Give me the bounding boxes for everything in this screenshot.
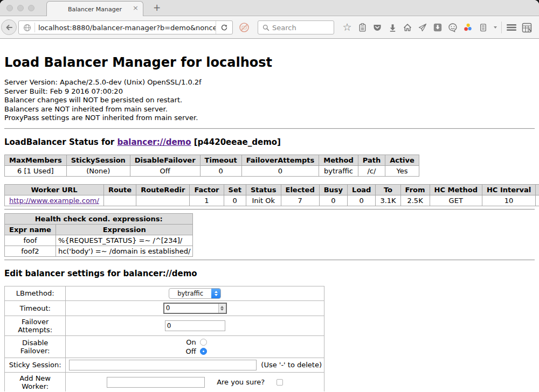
window-minimize-button[interactable] (17, 5, 24, 11)
window-close-button[interactable] (6, 5, 13, 11)
cell-expr-name: foof2 (5, 246, 56, 256)
add-worker-label: Add New Worker: (5, 372, 66, 391)
search-input[interactable] (272, 24, 334, 32)
balancer-status-table: MaxMembers StickySession DisableFailover… (4, 155, 419, 177)
menu-icon[interactable] (504, 20, 519, 35)
column-header: Active (385, 155, 419, 165)
column-header: Expression (56, 224, 193, 235)
url-input[interactable] (38, 24, 216, 32)
timeout-field[interactable] (163, 303, 227, 314)
window-zoom-button[interactable] (28, 5, 34, 11)
form-row-timeout: Timeout: (5, 300, 324, 316)
column-header: HC Method (430, 184, 482, 195)
disable-failover-on-radio[interactable] (200, 339, 207, 346)
column-header: Load (348, 184, 376, 195)
download-box-icon[interactable] (430, 20, 445, 35)
disable-failover-off-radio[interactable] (200, 348, 207, 355)
are-you-sure-checkbox[interactable] (277, 379, 283, 386)
column-header: Busy (319, 184, 347, 195)
reload-icon (220, 24, 228, 31)
cell-disablefailover: Off (130, 165, 200, 176)
form-row-lbmethod: LBmethod: bytraffic (5, 286, 324, 300)
sticky-session-input[interactable] (69, 360, 257, 370)
column-header: From (400, 184, 430, 195)
cell-expr-name: foof (5, 235, 56, 246)
form-row-add-worker: Add New Worker: Are you sure? (5, 372, 324, 391)
search-bar[interactable] (258, 20, 334, 34)
cell-load: 0 (348, 195, 376, 206)
worker-url-link[interactable]: http://www.example.com/ (9, 197, 99, 205)
column-header: Timeout (200, 155, 241, 165)
column-header: Elected (281, 184, 319, 195)
window-controls (6, 5, 34, 11)
content-blocked-icon[interactable] (239, 22, 250, 33)
cell-status: Init Ok (246, 195, 281, 206)
bookmark-star-icon[interactable]: ☆ (340, 20, 355, 35)
cell-maxmembers: 6 [1 Used] (5, 165, 67, 176)
reader-grid-icon[interactable] (519, 20, 534, 35)
column-header: DisableFailover (130, 155, 200, 165)
new-tab-button[interactable]: + (150, 3, 164, 12)
cell-busy: 0 (319, 195, 347, 206)
server-info-line: Server Built: Feb 9 2016 07:00:20 (4, 87, 539, 96)
table-header-row: Expr name Expression (5, 224, 193, 235)
column-header: MaxMembers (5, 155, 67, 165)
list-box-icon[interactable] (475, 20, 490, 35)
url-bar[interactable] (18, 20, 233, 34)
balancer-demo-link[interactable]: balancer://demo (117, 137, 191, 147)
back-button[interactable] (1, 19, 17, 35)
status-heading-prefix: LoadBalancer Status for (4, 137, 117, 147)
server-info: Server Version: Apache/2.5.0-dev (Unix) … (4, 78, 539, 123)
overflow-caret-icon[interactable] (490, 20, 499, 35)
column-header: Method (319, 155, 358, 165)
column-header: Path (358, 155, 385, 165)
cell-failoverattempts: 0 (241, 165, 319, 176)
downloads-icon[interactable] (385, 20, 400, 35)
section-divider (4, 209, 535, 210)
cell-routeredir (136, 195, 190, 206)
pocket-icon[interactable] (370, 20, 385, 35)
status-heading-suffix: [p4420eeae_demo] (191, 137, 281, 147)
cell-expression: hc('body') =~ /domain is established/ (56, 246, 193, 256)
tab-bar: Balancer Manager × + (0, 0, 539, 16)
table-row: 6 [1 Used] (None) Off 0 0 bytraffic /c/ … (5, 165, 419, 176)
add-worker-input[interactable] (107, 377, 205, 388)
edit-settings-heading: Edit balancer settings for balancer://de… (4, 269, 539, 278)
form-row-disable-failover: Disable Failover: On Off (5, 335, 324, 358)
health-table-title: Health check cond. expressions: (5, 213, 193, 224)
form-row-sticky-session: Sticky Session: (Use '-' to delete) (5, 358, 324, 372)
sticky-session-label: Sticky Session: (5, 358, 66, 372)
cell-stickysession: (None) (66, 165, 130, 176)
cell-from: 2.5K (400, 195, 430, 206)
column-header: RouteRedir (136, 184, 190, 195)
lbmethod-selected-value: bytraffic (169, 289, 211, 298)
toolbar-separator (501, 22, 502, 33)
server-info-line: Balancer changes will NOT be persisted o… (4, 96, 539, 105)
column-header: Factor (190, 184, 224, 195)
table-header-row: Worker URL Route RouteRedir Factor Set S… (5, 184, 539, 195)
cell-elected: 7 (281, 195, 319, 206)
cell-active: Yes (385, 165, 419, 176)
close-tab-icon[interactable]: × (133, 4, 139, 11)
tab-balancer-manager[interactable]: Balancer Manager × (46, 1, 143, 17)
timeout-input[interactable] (164, 304, 218, 313)
url-separator (34, 23, 35, 32)
home-icon[interactable] (400, 20, 415, 35)
radio-on-label: On (183, 338, 196, 346)
failover-attempts-label: Failover Attempts: (5, 316, 66, 335)
cell-route (103, 195, 136, 206)
section-divider (4, 128, 535, 129)
table-row: foof2 hc('body') =~ /domain is establish… (5, 246, 193, 256)
clipboard-icon[interactable] (355, 20, 370, 35)
cell-hc-method: GET (430, 195, 482, 206)
column-header: HC Interval (482, 184, 535, 195)
colored-dots-icon[interactable] (460, 20, 475, 35)
number-spinner-icon[interactable] (218, 304, 226, 313)
tab-title: Balancer Manager (68, 6, 122, 13)
chat-smiley-icon[interactable] (445, 20, 460, 35)
lbmethod-select[interactable]: bytraffic (169, 288, 221, 299)
cell-passes: 1 (0) (536, 195, 539, 206)
send-plane-icon[interactable] (415, 20, 430, 35)
failover-attempts-input[interactable] (165, 320, 225, 331)
reload-button[interactable] (216, 21, 232, 34)
